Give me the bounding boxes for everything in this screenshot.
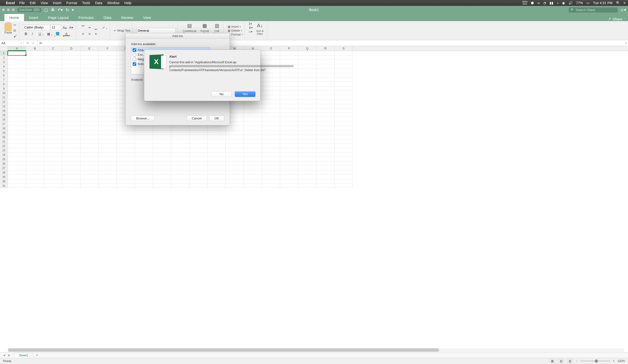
- cell[interactable]: [62, 157, 80, 161]
- cell[interactable]: [26, 157, 44, 161]
- cell[interactable]: [335, 86, 353, 91]
- cell[interactable]: [244, 183, 262, 188]
- cancel-button[interactable]: Cancel: [187, 116, 207, 121]
- font-color-button[interactable]: A: [62, 31, 71, 37]
- cell[interactable]: [280, 161, 298, 166]
- cell[interactable]: [99, 135, 117, 139]
- cell[interactable]: [298, 117, 316, 122]
- cell[interactable]: [8, 113, 26, 117]
- cell[interactable]: [8, 91, 26, 95]
- cell[interactable]: [280, 144, 298, 148]
- cell[interactable]: [99, 82, 117, 86]
- cell[interactable]: [62, 91, 80, 95]
- row-header[interactable]: 13: [0, 104, 8, 108]
- cell[interactable]: [62, 135, 80, 139]
- cell[interactable]: [335, 64, 353, 69]
- cell[interactable]: [298, 64, 316, 69]
- cell[interactable]: [280, 113, 298, 117]
- fx-icon[interactable]: fx: [39, 41, 42, 45]
- cell[interactable]: [298, 108, 316, 113]
- addin-checkbox[interactable]: [133, 62, 136, 66]
- cell[interactable]: [80, 95, 99, 100]
- cell[interactable]: [44, 126, 62, 131]
- cell[interactable]: [262, 95, 280, 100]
- cell[interactable]: [26, 122, 44, 126]
- cell[interactable]: [117, 135, 135, 139]
- cell[interactable]: [316, 139, 335, 144]
- cell[interactable]: [62, 126, 80, 131]
- cell[interactable]: [62, 100, 80, 104]
- menu-help[interactable]: Help: [124, 1, 132, 5]
- cell[interactable]: [8, 117, 26, 122]
- cell[interactable]: [135, 179, 153, 183]
- zoom-in-button[interactable]: +: [613, 359, 615, 363]
- cell[interactable]: [135, 126, 153, 131]
- cell[interactable]: [280, 104, 298, 108]
- cell[interactable]: [8, 131, 26, 135]
- menu-data[interactable]: Data: [95, 1, 102, 5]
- cell[interactable]: [153, 139, 171, 144]
- cell[interactable]: [80, 170, 99, 175]
- cell[interactable]: [135, 161, 153, 166]
- cell[interactable]: [298, 152, 316, 157]
- cell[interactable]: [335, 183, 353, 188]
- cell[interactable]: [335, 161, 353, 166]
- cell[interactable]: [280, 100, 298, 104]
- cell[interactable]: [298, 77, 316, 82]
- col-header[interactable]: B: [26, 46, 44, 51]
- cell[interactable]: [189, 152, 208, 157]
- cell[interactable]: [298, 104, 316, 108]
- cell[interactable]: [335, 60, 353, 64]
- row-header[interactable]: 18: [0, 126, 8, 131]
- cell[interactable]: [8, 170, 26, 175]
- cell[interactable]: [244, 166, 262, 170]
- cell[interactable]: [26, 100, 44, 104]
- cell[interactable]: [80, 135, 99, 139]
- cell[interactable]: [189, 179, 208, 183]
- row-header[interactable]: 24: [0, 152, 8, 157]
- cell[interactable]: [298, 144, 316, 148]
- app-name[interactable]: Excel: [6, 1, 15, 5]
- cell[interactable]: [316, 64, 335, 69]
- cell[interactable]: [153, 175, 171, 179]
- col-header[interactable]: C: [44, 46, 62, 51]
- cell[interactable]: [298, 73, 316, 77]
- cell[interactable]: [99, 104, 117, 108]
- row-header[interactable]: 21: [0, 139, 8, 144]
- cell[interactable]: [316, 77, 335, 82]
- cell[interactable]: [26, 135, 44, 139]
- ok-button[interactable]: OK: [209, 116, 224, 121]
- autosave-switch[interactable]: OFF: [33, 8, 40, 11]
- cell[interactable]: [117, 148, 135, 152]
- cell[interactable]: [298, 170, 316, 175]
- font-family-combo[interactable]: [23, 25, 50, 30]
- fill-button[interactable]: ⬇▾: [249, 26, 253, 29]
- cell[interactable]: [298, 139, 316, 144]
- cell[interactable]: [335, 69, 353, 73]
- cell[interactable]: [189, 166, 208, 170]
- cell[interactable]: [335, 135, 353, 139]
- row-header[interactable]: 30: [0, 179, 8, 183]
- cell[interactable]: [117, 179, 135, 183]
- cell[interactable]: [335, 152, 353, 157]
- qat-save-icon[interactable]: ▢: [44, 8, 48, 12]
- cell[interactable]: [153, 148, 171, 152]
- cell[interactable]: [26, 131, 44, 135]
- cell[interactable]: [99, 166, 117, 170]
- cell[interactable]: [262, 179, 280, 183]
- cell[interactable]: [117, 126, 135, 131]
- menu-view[interactable]: View: [40, 1, 48, 5]
- cell[interactable]: [8, 179, 26, 183]
- cell[interactable]: [44, 157, 62, 161]
- cell[interactable]: [8, 64, 26, 69]
- cell[interactable]: [298, 69, 316, 73]
- cell[interactable]: [208, 152, 226, 157]
- cell[interactable]: [117, 144, 135, 148]
- paste-button[interactable]: Paste: [4, 23, 12, 34]
- cell[interactable]: [262, 166, 280, 170]
- cell[interactable]: [44, 148, 62, 152]
- row-header[interactable]: 28: [0, 170, 8, 175]
- copy-icon[interactable]: ⧉: [13, 28, 17, 33]
- row-header[interactable]: 4: [0, 64, 8, 69]
- qat-redo-icon[interactable]: ↻: [66, 8, 69, 12]
